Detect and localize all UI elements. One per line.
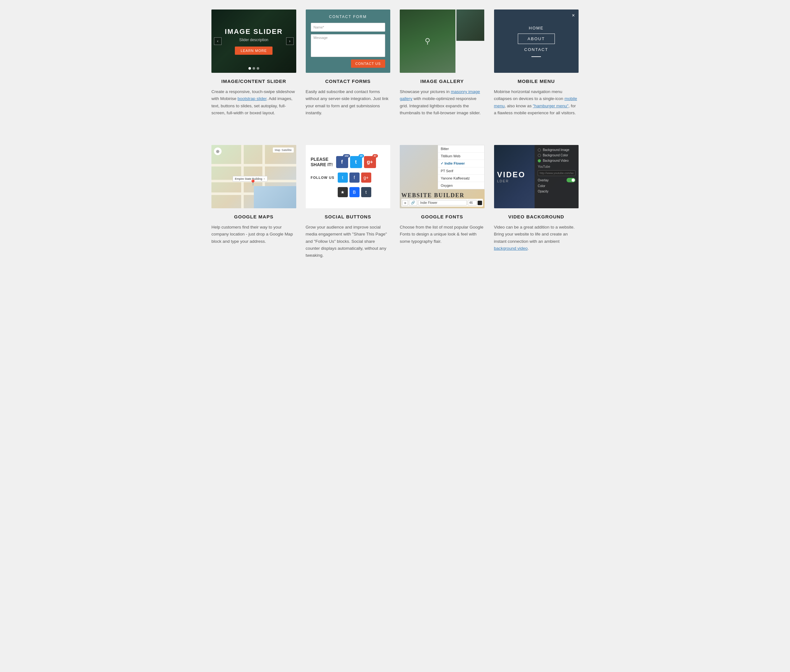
video-preview-image: VIDEO LDER Background Image Background C… xyxy=(494,145,579,208)
mobile-menu-divider xyxy=(531,56,541,57)
mobile-menu-link2[interactable]: "hamburger menu" xyxy=(533,104,568,108)
map-control-satellite[interactable]: Satellite xyxy=(281,149,291,152)
fonts-font-selector[interactable]: Indie Flower xyxy=(418,200,467,205)
map-nav-icon[interactable]: ⊕ xyxy=(214,147,222,155)
slider-link1[interactable]: bootstrap slider xyxy=(238,96,267,101)
fonts-item-pt-serif[interactable]: PT Serif xyxy=(438,168,484,175)
panel-row-bg-video: Background Video xyxy=(538,159,576,162)
video-background-card-desc: Video can be a great addition to a websi… xyxy=(494,224,579,252)
google-fonts-card-title: GOOGLE FONTS xyxy=(400,214,485,219)
panel-youtube-input[interactable] xyxy=(538,170,576,176)
form-name-input[interactable]: Name* xyxy=(311,23,385,32)
fonts-dropdown: Bitter Titillium Web ✓ Indie Flower PT S… xyxy=(438,145,484,189)
card-video-background: VIDEO LDER Background Image Background C… xyxy=(494,145,579,259)
facebook-icon-letter: f xyxy=(341,159,343,165)
fonts-size-input[interactable]: 46 xyxy=(468,200,477,205)
panel-color-label: Color xyxy=(538,184,545,188)
panel-radio-bg-video[interactable] xyxy=(538,159,541,162)
slider-dot-2[interactable] xyxy=(253,67,255,70)
contact-form-preview-bg: CONTACT FORM Name* Message CONTACT US xyxy=(306,10,390,73)
feature-grid-row1: ‹ IMAGE SLIDER Slider description LEARN … xyxy=(211,10,579,117)
gallery-thumb-1 xyxy=(456,10,484,41)
fonts-color-picker[interactable] xyxy=(478,201,482,205)
fonts-align-left-btn[interactable]: ≡ xyxy=(402,200,408,206)
fonts-item-titillium[interactable]: Titillium Web xyxy=(438,152,484,160)
mobile-menu-close-icon[interactable]: × xyxy=(572,13,575,18)
follow-us-text: FOLLOW US xyxy=(311,176,334,179)
panel-radio-bg-color[interactable] xyxy=(538,154,541,157)
map-water xyxy=(254,186,296,208)
fonts-item-yanone[interactable]: Yanone Kaffeesatz xyxy=(438,175,484,182)
panel-row-bg-color: Background Color xyxy=(538,154,576,157)
map-label-close-icon[interactable]: × xyxy=(263,177,265,181)
social-share-icons: f 102 t 19 g+ 47 xyxy=(336,156,376,168)
card-social-buttons: PLEASESHARE IT! f 102 t 19 g+ xyxy=(306,145,390,259)
gallery-desc-text1: Showcase your pictures in xyxy=(400,89,451,94)
map-control-map[interactable]: Map xyxy=(275,149,280,152)
contact-forms-card-title: CONTACT FORMS xyxy=(306,78,390,84)
slider-dot-1[interactable] xyxy=(248,67,251,70)
panel-row-color: Color xyxy=(538,184,576,188)
fonts-item-bitter[interactable]: Bitter xyxy=(438,145,484,152)
panel-opacity-label: Opacity xyxy=(538,190,549,193)
google-fonts-card-desc: Choose from the list of most popular Goo… xyxy=(400,224,485,245)
map-road-h1 xyxy=(211,164,296,166)
card-image-slider: ‹ IMAGE SLIDER Slider description LEARN … xyxy=(211,10,296,117)
twitter-follow-icon[interactable]: t xyxy=(338,173,348,182)
social-extra-icons-row: FOLLOW US ★ B t xyxy=(311,187,385,197)
fonts-editor-toolbar: ≡ 🔗 Indie Flower 46 xyxy=(401,199,483,207)
slider-dot-3[interactable] xyxy=(257,67,259,70)
mobile-menu-home-item[interactable]: HOME xyxy=(529,26,544,30)
slider-preview-bg: ‹ IMAGE SLIDER Slider description LEARN … xyxy=(211,10,296,73)
mobile-menu-preview-bg: × HOME ABOUT CONTACT xyxy=(494,10,579,73)
video-link1[interactable]: background video xyxy=(494,246,528,251)
panel-row-overlay: Overlay xyxy=(538,178,576,182)
googleplus-follow-icon[interactable]: g+ xyxy=(361,173,371,182)
facebook-follow-icon[interactable]: f xyxy=(349,173,360,182)
video-settings-panel: Background Image Background Color Backgr… xyxy=(534,145,579,208)
mobile-menu-about-item[interactable]: ABOUT xyxy=(518,34,555,44)
social-share-text: PLEASESHARE IT! xyxy=(311,157,333,168)
contact-forms-card-desc: Easily add subscribe and contact forms w… xyxy=(306,88,390,117)
follow-icons-row: t f g+ xyxy=(338,173,371,182)
follow-extra-icons: ★ B t xyxy=(338,187,371,197)
fonts-preview-image: WEBSITE BUILDER Bitter Titillium Web ✓ I… xyxy=(400,145,485,208)
facebook-share-icon[interactable]: f 102 xyxy=(336,156,348,168)
twitter-share-icon[interactable]: t 19 xyxy=(350,156,362,168)
tumblr-follow-icon[interactable]: t xyxy=(361,187,371,197)
slider-heading: IMAGE SLIDER xyxy=(225,27,283,36)
mobile-menu-contact-item[interactable]: CONTACT xyxy=(524,47,548,52)
gallery-search-icon: ⚲ xyxy=(425,37,430,46)
map-controls[interactable]: Map Satellite xyxy=(273,147,294,152)
panel-radio-bg-image[interactable] xyxy=(538,149,541,152)
gallery-main-thumb: ⚲ xyxy=(400,10,456,73)
slider-nav-right[interactable]: › xyxy=(286,37,294,45)
slider-learn-more-button[interactable]: LEARN MORE xyxy=(235,46,272,55)
video-sub-text: LDER xyxy=(497,179,526,183)
map-pin-icon: 📍 xyxy=(249,179,256,186)
github-follow-icon[interactable]: ★ xyxy=(338,187,348,197)
mobile-menu-preview-image: × HOME ABOUT CONTACT xyxy=(494,10,579,73)
social-preview-bg: PLEASESHARE IT! f 102 t 19 g+ xyxy=(306,145,390,208)
panel-overlay-toggle[interactable] xyxy=(566,178,576,182)
feature-grid-row2: Map Satellite ⊕ Empire State Building × … xyxy=(211,145,579,259)
googleplus-share-icon[interactable]: g+ 47 xyxy=(364,156,376,168)
contact-form-preview-image: CONTACT FORM Name* Message CONTACT US xyxy=(306,10,390,73)
slider-nav-left[interactable]: ‹ xyxy=(214,37,222,45)
maps-preview-image: Map Satellite ⊕ Empire State Building × … xyxy=(211,145,296,208)
form-submit-button[interactable]: CONTACT US xyxy=(351,59,385,68)
image-gallery-card-title: IMAGE GALLERY xyxy=(400,78,485,84)
behance-follow-icon[interactable]: B xyxy=(349,187,360,197)
fonts-preview-bg: WEBSITE BUILDER Bitter Titillium Web ✓ I… xyxy=(400,145,485,208)
map-location-text: Empire State Building xyxy=(235,177,262,181)
fonts-item-indie[interactable]: ✓ Indie Flower xyxy=(438,160,484,168)
image-gallery-card-desc: Showcase your pictures in masonry image … xyxy=(400,88,485,117)
card-contact-forms: CONTACT FORM Name* Message CONTACT US CO… xyxy=(306,10,390,117)
fonts-item-oxygen[interactable]: Oxygen xyxy=(438,182,484,189)
mobile-menu-card-desc: Mobirise horizontal navigation menu coll… xyxy=(494,88,579,117)
fonts-link-btn[interactable]: 🔗 xyxy=(409,200,417,206)
slider-preview-image: ‹ IMAGE SLIDER Slider description LEARN … xyxy=(211,10,296,73)
social-buttons-card-title: SOCIAL BUTTONS xyxy=(306,214,390,219)
form-message-textarea[interactable]: Message xyxy=(311,34,385,57)
video-big-text: VIDEO xyxy=(497,170,526,179)
